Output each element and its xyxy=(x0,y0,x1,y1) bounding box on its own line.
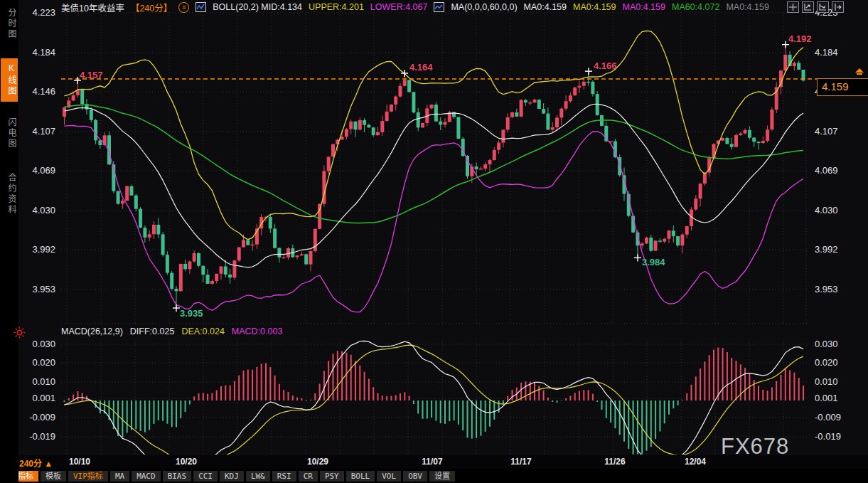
macd-header: MACD(26,12,9) DIFF:0.025 DEA:0.024 MACD:… xyxy=(61,327,282,336)
left-sidebar: 分时图K线图闪电图合约资料 xyxy=(0,0,18,483)
x-axis-row: 240分 ▲ 10/1010/2010/2911/0711/1711/2612/… xyxy=(0,455,868,469)
ma-value-4: MA0:4.159 xyxy=(726,2,768,12)
price-annotation-4.166: 4.166 xyxy=(594,60,617,71)
toolbar-button-设置[interactable]: 设置 xyxy=(429,471,455,482)
macd-tick-l-5: -0.019 xyxy=(21,431,55,442)
price-annotation-4.157: 4.157 xyxy=(80,70,103,80)
toolbar-button-BOLL[interactable]: BOLL xyxy=(346,471,375,482)
ma-values: MA0:4.159MA0:4.159MA0:4.159MA60:4.072MA0… xyxy=(524,2,769,12)
date-label-10-29: 10/29 xyxy=(307,457,328,467)
date-label-10-10: 10/10 xyxy=(69,457,90,467)
toolbar-button-VIP指标[interactable]: VIP指标 xyxy=(68,471,108,482)
price-tick-l-1: 4.184 xyxy=(21,47,55,58)
macd-tick-l-0: 0.030 xyxy=(21,339,55,349)
macd-params-label: MACD(26,12,9) xyxy=(61,327,123,336)
price-annotation-3.984: 3.984 xyxy=(642,257,665,267)
boll-upper-value: UPPER:4.201 xyxy=(309,2,364,12)
boll-mini-chart-icon[interactable] xyxy=(195,2,206,12)
price-tick-r-6: 3.992 xyxy=(815,244,849,255)
chart-canvas[interactable] xyxy=(0,0,868,483)
jump-latest-icon[interactable] xyxy=(832,1,844,13)
macd-tick-r-3: 0.001 xyxy=(815,393,849,403)
ma-value-1: MA0:4.159 xyxy=(573,2,616,12)
price-tick-r-3: 4.107 xyxy=(815,126,849,137)
symbol-title: 美债10年收益率 xyxy=(61,1,124,14)
toolbar-button-BIAS[interactable]: BIAS xyxy=(163,471,192,482)
price-annotation-3.935: 3.935 xyxy=(180,308,203,319)
toolbar-button-PSY[interactable]: PSY xyxy=(320,471,344,482)
pan-right-icon[interactable] xyxy=(817,1,829,13)
date-label-11-07: 11/07 xyxy=(422,457,442,467)
date-label-11-17: 11/17 xyxy=(510,457,531,467)
toolbar-button-MACD[interactable]: MACD xyxy=(132,471,161,482)
boll-lower-value: LOWER:4.067 xyxy=(370,2,428,12)
price-tick-l-6: 3.992 xyxy=(21,244,55,255)
price-tick-l-4: 4.069 xyxy=(21,165,55,176)
toolbar-button-模板[interactable]: 模板 xyxy=(41,471,66,482)
chart-header: 美债10年收益率 【240分】 ≡ BOLL(20,2) MID:4.134 U… xyxy=(61,1,769,13)
macd-tick-l-4: -0.009 xyxy=(21,412,55,423)
macd-tick-r-5: -0.019 xyxy=(815,431,849,442)
macd-tick-r-1: 0.020 xyxy=(815,357,849,368)
price-tick-r-1: 4.184 xyxy=(815,47,849,58)
ma-value-0: MA0:4.159 xyxy=(524,2,567,12)
sidebar-tab-kline-chart[interactable]: K线图 xyxy=(1,58,18,102)
toolbar-button-VOL[interactable]: VOL xyxy=(377,471,401,482)
price-annotation-4.192: 4.192 xyxy=(788,33,812,44)
trading-app-window: 分时图K线图闪电图合约资料 美债10年收益率 【240分】 ≡ BOLL(20,… xyxy=(0,0,868,483)
macd-tick-l-3: 0.001 xyxy=(21,393,55,403)
macd-diff-value: DIFF:0.025 xyxy=(130,327,175,336)
price-tick-l-2: 4.146 xyxy=(21,86,55,97)
ma-value-3: MA60:4.072 xyxy=(672,2,719,12)
indicator-settings-icon[interactable] xyxy=(14,327,26,341)
macd-tick-l-2: 0.010 xyxy=(21,376,55,387)
ma-value-2: MA0:4.159 xyxy=(623,2,665,12)
toolbar-button-RSI[interactable]: RSI xyxy=(272,471,296,482)
price-tick-r-4: 4.069 xyxy=(815,165,849,176)
timeframe-label[interactable]: 240分 ▲ xyxy=(19,457,53,469)
macd-macd-value: MACD:0.003 xyxy=(232,327,283,336)
restore-axis-icon[interactable] xyxy=(802,1,814,13)
macd-tick-r-0: 0.030 xyxy=(815,339,849,349)
macd-tick-r-2: 0.010 xyxy=(815,376,849,387)
toolbar-button-OBV[interactable]: OBV xyxy=(403,471,427,482)
toolbar-button-CR[interactable]: CR xyxy=(299,471,318,482)
price-tick-l-0: 4.223 xyxy=(21,7,55,18)
price-tick-l-5: 4.030 xyxy=(21,205,55,216)
price-tick-l-3: 4.107 xyxy=(21,126,55,137)
price-up-arrow-icon xyxy=(854,68,864,80)
macd-tick-l-1: 0.020 xyxy=(21,357,55,368)
period-label[interactable]: 【240分】 xyxy=(131,1,172,14)
toolbar-button-CCI[interactable]: CCI xyxy=(193,471,218,482)
crosshair-icon[interactable] xyxy=(787,1,799,13)
toolbar-button-KDJ[interactable]: KDJ xyxy=(220,471,244,482)
price-tick-l-7: 3.953 xyxy=(21,284,55,294)
ma-params-label: MA(0,0,0,60,0,0) xyxy=(451,2,517,12)
current-price-box: 4.159 xyxy=(817,78,868,96)
sidebar-tab-flash-chart[interactable]: 闪电图 xyxy=(1,112,18,154)
date-label-11-26: 11/26 xyxy=(604,457,625,467)
price-annotation-4.164: 4.164 xyxy=(409,62,433,73)
toolbar-button-LW&[interactable]: LW& xyxy=(246,471,270,482)
date-label-10-20: 10/20 xyxy=(176,457,197,467)
sidebar-tab-contract-info[interactable]: 合约资料 xyxy=(1,168,18,221)
price-tick-r-7: 3.953 xyxy=(815,284,849,294)
toolbar-button-MA[interactable]: MA xyxy=(110,471,129,482)
boll-values: BOLL(20,2) MID:4.134 xyxy=(213,2,302,12)
chart-tool-icons xyxy=(787,1,844,13)
period-menu-icon[interactable]: ≡ xyxy=(178,2,189,13)
date-label-12-04: 12/04 xyxy=(685,457,706,467)
ma-mini-chart-icon[interactable] xyxy=(434,2,444,12)
price-tick-r-5: 4.030 xyxy=(815,205,849,216)
macd-tick-r-4: -0.009 xyxy=(815,412,849,423)
macd-dea-value: DEA:0.024 xyxy=(181,327,224,336)
sidebar-tab-time-chart[interactable]: 分时图 xyxy=(1,3,18,45)
indicator-toolbar: 指标模板VIP指标MAMACDBIASCCIKDJLW&RSICRPSYBOLL… xyxy=(13,469,868,483)
